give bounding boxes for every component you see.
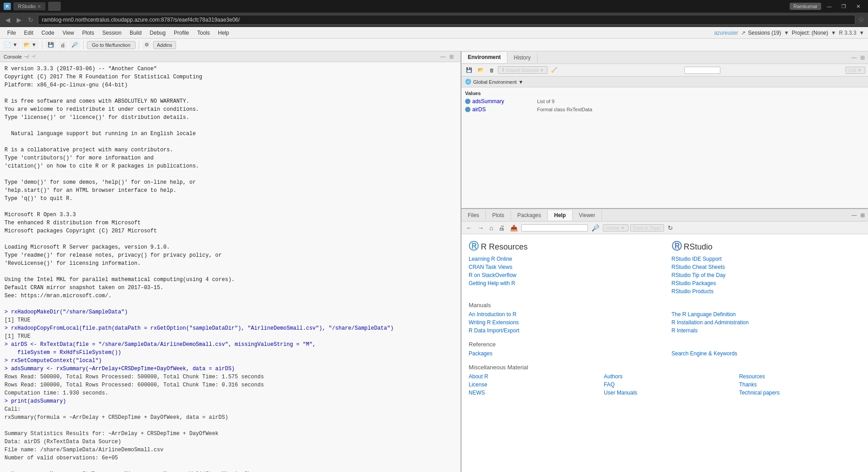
result-3: Rows Read: 500000, Total Rows Processed:… [5, 374, 264, 396]
cmd-6: > print(adsSummary) [5, 398, 66, 404]
new-file-btn[interactable]: 📄 ▼ [3, 41, 20, 49]
link-search-engine[interactable]: Search Engine & Keywords [672, 350, 861, 357]
help-refresh-icon[interactable]: ↻ [666, 224, 675, 232]
new-tab-btn[interactable] [48, 2, 61, 11]
menu-file[interactable]: File [4, 28, 19, 37]
help-back-btn[interactable]: ← [464, 224, 474, 232]
env-minimize-icon[interactable]: — [850, 54, 858, 61]
menu-view[interactable]: View [59, 28, 78, 37]
link-r-stackoverflow[interactable]: R on StackOverflow [469, 272, 658, 278]
link-r-data-import[interactable]: R Data Import/Export [469, 327, 658, 334]
link-rstudio-products[interactable]: RStudio Products [672, 288, 861, 295]
link-thanks[interactable]: Thanks [739, 381, 861, 388]
link-intro-r[interactable]: An Introduction to R [469, 311, 658, 318]
help-search-input[interactable] [521, 224, 588, 231]
menu-build[interactable]: Build [126, 28, 145, 37]
console-body[interactable]: R version 3.3.3 (2017-03-06) -- "Another… [0, 62, 461, 472]
tab-help[interactable]: Help [548, 210, 573, 220]
env-clear-btn[interactable]: 🗑 [488, 67, 496, 73]
tab-history[interactable]: History [507, 53, 537, 63]
sessions-btn[interactable]: Sessions (19) [748, 30, 781, 36]
link-packages[interactable]: Packages [469, 350, 658, 357]
env-icon-adssummary [465, 99, 470, 104]
env-row-adssummary[interactable]: adsSummary List of 9 [461, 97, 868, 105]
console-maximize-icon[interactable]: ⊞ [448, 53, 455, 60]
link-rstudio-ide[interactable]: RStudio IDE Support [672, 256, 861, 262]
app-tab[interactable]: RStudio ✕ [14, 2, 45, 10]
version-label: R 3.3.3 [839, 30, 856, 36]
addins-btn[interactable]: Addins [153, 41, 176, 49]
link-authors[interactable]: Authors [604, 373, 725, 380]
tab-viewer[interactable]: Viewer [573, 210, 602, 220]
menu-tools[interactable]: Tools [194, 28, 213, 37]
search-btn[interactable]: 🔎 [69, 41, 80, 49]
menu-code[interactable]: Code [38, 28, 58, 37]
help-maximize-icon[interactable]: ⊞ [859, 212, 866, 219]
link-resources[interactable]: Resources [739, 373, 861, 380]
help-minimize-icon[interactable]: — [850, 212, 858, 219]
help-forward-btn[interactable]: → [476, 224, 486, 232]
misc-col2: Authors FAQ User Manuals [604, 373, 725, 398]
url-input[interactable]: ramblog-mn0.northcentralus.cloudapp.azur… [38, 15, 855, 25]
find-in-topic-btn[interactable]: Find in Topic [630, 224, 665, 231]
home-dropdown-btn[interactable]: Home ▼ [603, 224, 628, 231]
open-file-btn[interactable]: 📂 ▼ [22, 41, 39, 49]
refresh-btn[interactable]: ↻ [26, 15, 35, 24]
menu-help[interactable]: Help [214, 28, 233, 37]
link-rstudio-tip[interactable]: RStudio Tip of the Day [672, 272, 861, 278]
import-label: Import Dataset [506, 68, 538, 73]
tab-packages[interactable]: Packages [511, 210, 548, 220]
link-learning-r[interactable]: Learning R Online [469, 256, 658, 262]
link-tech-papers[interactable]: Technical papers [739, 390, 861, 396]
link-r-install-admin[interactable]: R Installation and Administration [672, 319, 861, 326]
link-r-lang-def[interactable]: The R Language Definition [672, 311, 861, 318]
env-search[interactable] [684, 67, 720, 74]
home-caret: ▼ [620, 225, 625, 231]
link-faq[interactable]: FAQ [604, 381, 725, 388]
go-to-file-btn[interactable]: Go to file/function [87, 41, 136, 49]
tab-environment[interactable]: Environment [461, 52, 507, 63]
back-btn[interactable]: ◀ [4, 15, 12, 24]
link-rstudio-cheat[interactable]: RStudio Cheat Sheets [672, 264, 861, 270]
env-load-btn[interactable]: 📂 [476, 67, 486, 73]
link-cran-task[interactable]: CRAN Task Views [469, 264, 658, 270]
import-dataset-btn[interactable]: ⬇ Import Dataset ▼ [498, 66, 547, 74]
list-view-btn[interactable]: List ▼ [845, 67, 865, 74]
print-btn[interactable]: 🖨 [58, 41, 68, 49]
link-about-r[interactable]: About R [469, 373, 590, 380]
link-news[interactable]: NEWS [469, 390, 590, 396]
save-btn[interactable]: 💾 [45, 41, 56, 49]
project-btn[interactable]: Project: (None) [792, 30, 828, 36]
env-save-btn[interactable]: 💾 [464, 67, 474, 73]
menu-profile[interactable]: Profile [170, 28, 193, 37]
menu-debug[interactable]: Debug [146, 28, 169, 37]
forward-btn[interactable]: ▶ [15, 15, 23, 24]
tab-close-icon[interactable]: ✕ [37, 4, 41, 9]
tab-plots[interactable]: Plots [486, 210, 511, 220]
help-print-btn[interactable]: 🖨 [497, 224, 506, 232]
minimize-btn[interactable]: — [823, 2, 836, 11]
env-broom-btn[interactable]: 🧹 [549, 67, 559, 73]
link-r-internals[interactable]: R Internals [672, 327, 861, 334]
bookmark-btn[interactable]: ☆ [858, 15, 864, 24]
help-home-btn[interactable]: ⌂ [488, 224, 495, 232]
help-r-resources-col: Ⓡ R Resources Learning R Online CRAN Tas… [469, 240, 658, 296]
menu-session[interactable]: Session [99, 28, 125, 37]
menu-edit[interactable]: Edit [20, 28, 37, 37]
restore-btn[interactable]: ❐ [837, 2, 850, 11]
close-btn[interactable]: ✕ [852, 2, 864, 11]
env-maximize-icon[interactable]: ⊞ [859, 54, 866, 61]
link-rstudio-packages[interactable]: RStudio Packages [672, 280, 861, 286]
link-writing-r-ext[interactable]: Writing R Extensions [469, 319, 658, 326]
help-export-btn[interactable]: 📤 [508, 224, 520, 232]
link-user-manuals[interactable]: User Manuals [604, 390, 725, 396]
env-row-airds[interactable]: airDS Formal class RxTextData [461, 105, 868, 113]
link-getting-help[interactable]: Getting Help with R [469, 280, 658, 286]
menu-plots[interactable]: Plots [79, 28, 98, 37]
chunk-options-btn[interactable]: ⚙ [142, 41, 151, 49]
tab-files[interactable]: Files [461, 210, 486, 220]
link-license[interactable]: License [469, 381, 590, 388]
help-search-go-btn[interactable]: 🔎 [590, 224, 601, 232]
console-minimize-icon[interactable]: — [439, 53, 447, 60]
console-label: Console [4, 54, 22, 59]
